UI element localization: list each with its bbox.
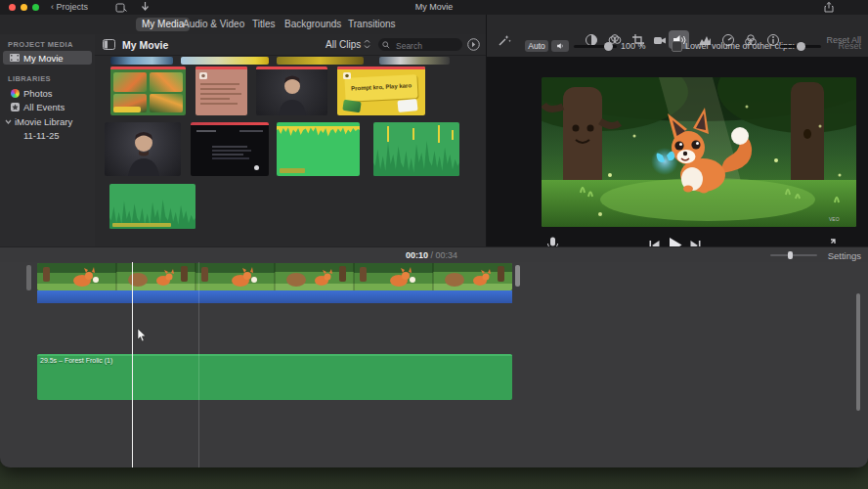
video-thumbnail-screen-recording[interactable] [191, 122, 269, 176]
inspector-panel: Reset All Auto 100 % Lower volume of oth… [486, 15, 868, 246]
timecode-separator: / [431, 250, 434, 260]
thumbnail-progress-bar [337, 67, 425, 69]
timeline-scrollbar[interactable] [856, 293, 860, 411]
imovie-window: ‹ Projects My Movie My Media Audio & Vid… [0, 0, 868, 467]
clip-strip-thumbnail[interactable] [379, 57, 450, 65]
video-thumbnail-fox-grid[interactable] [110, 67, 186, 115]
mute-button[interactable] [551, 40, 569, 52]
search-icon [382, 41, 390, 49]
search-input[interactable] [394, 38, 460, 53]
video-audio-track[interactable] [37, 290, 512, 303]
timecode-current: 00:10 [406, 250, 428, 260]
auto-volume-button[interactable]: Auto [525, 40, 548, 52]
clip-strip-thumbnail[interactable] [110, 57, 173, 65]
audio-thumbnail-selected[interactable] [277, 122, 360, 176]
enhance-magic-wand-icon[interactable] [498, 33, 511, 47]
volume-percent: 100 % [621, 41, 646, 51]
snap-guide-line [198, 262, 199, 467]
sidebar-item-photos[interactable]: Photos [0, 86, 95, 100]
sidebar-item-imovie-library[interactable]: iMovie Library [0, 114, 95, 128]
tab-transitions[interactable]: Transitions [342, 18, 402, 31]
volume-slider[interactable] [574, 45, 617, 48]
media-browser: My Movie All Clips [95, 34, 486, 246]
title-bar: ‹ Projects My Movie [0, 0, 868, 16]
background-music-label: 29.5s – Forest Frolic (1) [40, 357, 112, 364]
forward-circle-icon[interactable] [467, 38, 480, 51]
timeline-zoom-knob[interactable] [788, 251, 793, 259]
browser-header: My Movie All Clips [95, 34, 486, 56]
all-events-icon [11, 103, 20, 111]
timeline[interactable]: 1... 1.5s... 2.1s – L... 1.2... 1.3s... [0, 262, 868, 467]
photos-icon [11, 89, 20, 98]
lower-volume-checkbox[interactable] [672, 41, 682, 52]
other-clips-volume-knob[interactable] [797, 42, 805, 51]
viewer-video-frame[interactable] [542, 77, 856, 227]
sidebar-item-label: iMovie Library [15, 116, 72, 127]
thumbnail-progress-bar [110, 67, 186, 69]
video-thumbnail-notes-card[interactable] [195, 67, 247, 115]
sidebar-item-label: 11-11-25 [23, 130, 60, 141]
lower-volume-label: Lower volume of other clips: [685, 41, 795, 51]
browser-title: My Movie [122, 39, 168, 51]
sidebar-item-library-date[interactable]: 11-11-25 [0, 128, 95, 142]
viewer-area: VEO [487, 57, 868, 246]
audio-thumbnail-waveform-2[interactable] [109, 184, 195, 229]
sidebar-toggle-icon[interactable] [103, 39, 115, 50]
project-film-icon [10, 54, 20, 62]
sidebar-item-label: Photos [23, 88, 53, 99]
background-music-clip[interactable]: 29.5s – Forest Frolic (1) [37, 354, 512, 400]
video-watermark: VEO [829, 216, 840, 222]
media-tabs-bar: My Media Audio & Video Titles Background… [0, 15, 486, 34]
reset-button[interactable]: Reset [838, 41, 861, 51]
sidebar-item-all-events[interactable]: All Events [0, 100, 95, 113]
chevron-down-icon[interactable] [5, 119, 12, 124]
search-field[interactable] [378, 38, 462, 51]
clip-trim-handle-right[interactable] [515, 265, 520, 287]
tab-backgrounds[interactable]: Backgrounds [279, 18, 347, 31]
playhead[interactable] [132, 262, 133, 467]
speaker-icon [556, 42, 565, 50]
screen: ‹ Projects My Movie My Media Audio & Vid… [0, 0, 868, 489]
thumbnail-progress-bar [191, 122, 269, 125]
project-media-header: PROJECT MEDIA [8, 40, 73, 49]
share-icon[interactable] [824, 2, 834, 13]
clip-strip-thumbnail[interactable] [277, 57, 364, 65]
audio-thumbnail-waveform[interactable] [373, 122, 459, 176]
video-thumbnail-presenter-2[interactable] [105, 122, 181, 176]
other-clips-volume-slider[interactable] [780, 45, 821, 48]
sidebar-item-my-movie[interactable]: My Movie [0, 51, 95, 65]
timecode: 00:10 / 00:34 [406, 250, 457, 260]
all-clips-dropdown[interactable]: All Clips [326, 39, 370, 50]
stabilization-icon[interactable] [653, 33, 667, 47]
tab-audio-video[interactable]: Audio & Video [177, 18, 250, 31]
mouse-cursor [137, 329, 147, 342]
timecode-total: 00:34 [436, 250, 458, 260]
libraries-header: LIBRARIES [8, 74, 51, 83]
video-thumbnail-promo[interactable]: Prompt kro, Play karo [337, 67, 425, 115]
thumbnail-progress-bar [256, 67, 327, 69]
clip-strip-thumbnail[interactable] [181, 57, 269, 65]
popup-chevrons-icon [364, 39, 370, 49]
settings-button[interactable]: Settings [828, 250, 861, 261]
sidebar-item-label: My Movie [23, 53, 64, 64]
libraries-sidebar: PROJECT MEDIA My Movie LIBRARIES Photos … [0, 34, 96, 246]
all-clips-label: All Clips [326, 39, 361, 50]
window-title: My Movie [0, 2, 868, 12]
video-track-filmstrip[interactable] [37, 263, 512, 290]
timeline-zoom-slider[interactable] [770, 254, 817, 256]
sidebar-item-label: All Events [23, 102, 65, 112]
clip-trim-handle-left[interactable] [26, 265, 31, 290]
tab-titles[interactable]: Titles [246, 18, 282, 31]
video-thumbnail-presenter[interactable] [256, 67, 327, 115]
volume-slider-knob[interactable] [604, 42, 613, 51]
desktop-strip [0, 467, 868, 489]
timeline-toolbar: 00:10 / 00:34 Settings [0, 246, 868, 263]
thumbnail-progress-bar [195, 67, 247, 69]
